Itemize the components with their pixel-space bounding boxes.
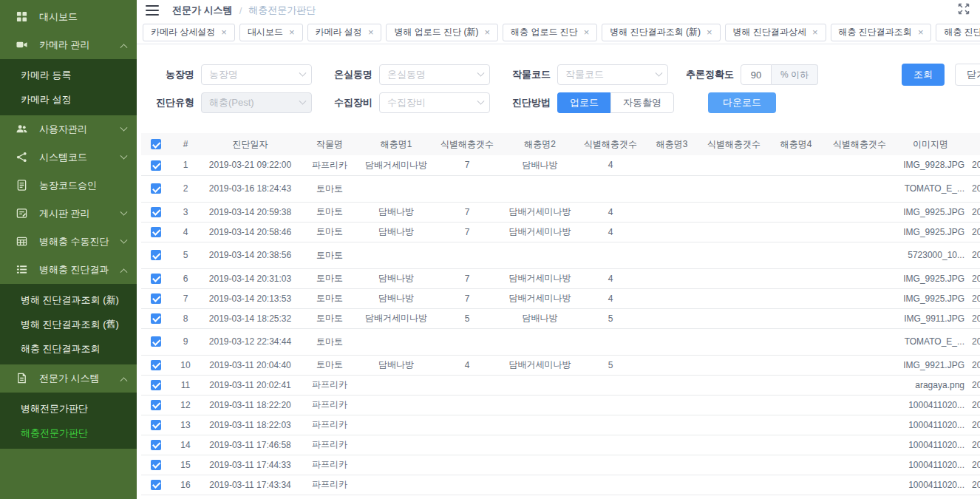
cell-crop-name: 파프리카 xyxy=(300,375,359,395)
row-checkbox-cell xyxy=(141,415,171,435)
accuracy-input[interactable] xyxy=(741,64,772,85)
cell-pest2-count: 4 xyxy=(579,222,642,242)
breadcrumb-root[interactable]: 전문가 시스템 xyxy=(172,4,233,17)
tab-label: 병해 업로드 진단 (新) xyxy=(394,26,478,38)
close-button[interactable]: 닫기 xyxy=(955,64,980,86)
cell-pest3 xyxy=(642,355,701,375)
fullscreen-icon[interactable] xyxy=(958,3,970,18)
row-checkbox[interactable] xyxy=(151,440,161,450)
tab[interactable]: 병해 진단결과조회 (新) × xyxy=(602,24,720,41)
tab-close-icon[interactable]: × xyxy=(289,27,295,37)
tab-close-icon[interactable]: × xyxy=(221,27,227,37)
col-pest3-count: 식별해충갯수 xyxy=(701,133,766,155)
cell-crop-name: 토마토 xyxy=(300,175,359,202)
sidebar-item-diagnosis-results[interactable]: 병해충 진단결과 xyxy=(0,256,137,284)
row-checkbox[interactable] xyxy=(151,336,161,347)
cell-reg-date: 2018 xyxy=(967,288,980,308)
list-icon xyxy=(16,264,28,276)
cell-pest1-count xyxy=(433,475,501,495)
cell-pest3-count xyxy=(701,328,766,355)
download-button[interactable]: 다운로드 xyxy=(708,92,776,113)
tab[interactable]: 병해 업로드 진단 (新) × xyxy=(386,24,498,41)
sidebar: 대시보드 카메라 관리 카메라 등록 카메라 설정 사용자관리 시스템코드 xyxy=(0,0,137,499)
row-checkbox[interactable] xyxy=(151,160,161,171)
cell-pest4 xyxy=(766,475,826,495)
tab[interactable]: 해충 업로드 진단 × xyxy=(503,24,597,41)
row-checkbox[interactable] xyxy=(151,227,161,237)
sidebar-item-camera-management[interactable]: 카메라 관리 xyxy=(0,31,137,59)
tab[interactable]: 카메라 상세설정 × xyxy=(143,24,235,41)
sidebar-item-user-management[interactable]: 사용자관리 xyxy=(0,115,137,143)
tab[interactable]: 카메라 설정 × xyxy=(307,24,382,41)
row-checkbox[interactable] xyxy=(151,460,161,470)
chevron-up-icon xyxy=(120,268,128,276)
cell-pest2-count xyxy=(579,328,642,355)
sidebar-item-disease-results-new[interactable]: 병해 진단결과조회 (新) xyxy=(0,288,137,312)
tab[interactable]: 병해 진단결과상세 × xyxy=(725,24,826,41)
cell-pest3 xyxy=(642,288,701,308)
chevron-down-icon xyxy=(120,152,128,159)
select-all-checkbox[interactable] xyxy=(151,139,161,149)
sidebar-item-system-code[interactable]: 시스템코드 xyxy=(0,143,137,172)
cell-pest1-count xyxy=(433,415,501,435)
row-checkbox[interactable] xyxy=(151,183,161,194)
cell-pest2: 담배거세미나방 xyxy=(501,202,579,222)
sidebar-item-manual-diagnosis[interactable]: 병해충 수동진단 xyxy=(0,228,137,256)
cell-pest2-count: 4 xyxy=(579,155,642,175)
cell-pest4-count xyxy=(826,475,894,495)
cell-index: 6 xyxy=(171,268,200,288)
crop-code-select[interactable]: 작물코드 xyxy=(557,64,668,85)
upload-toggle-button[interactable]: 업로드 xyxy=(557,92,610,113)
col-pest3: 해충명3 xyxy=(642,133,701,155)
sidebar-item-farm-code-approval[interactable]: 농장코드승인 xyxy=(0,172,137,200)
breadcrumb: 전문가 시스템 / 해충전문가판단 xyxy=(172,4,316,17)
cell-image-name: 1000411020... xyxy=(894,415,967,435)
row-checkbox[interactable] xyxy=(151,480,161,490)
sidebar-item-dashboard[interactable]: 대시보드 xyxy=(0,3,137,31)
sidebar-item-pest-expert-judgment[interactable]: 해충전문가판단 xyxy=(0,421,137,445)
sidebar-item-expert-system[interactable]: 전문가 시스템 xyxy=(0,364,137,393)
auto-capture-toggle-button[interactable]: 자동촬영 xyxy=(610,92,674,113)
tab-close-icon[interactable]: × xyxy=(918,27,924,37)
greenhouse-select[interactable]: 온실동명 xyxy=(379,64,490,85)
tab-close-icon[interactable]: × xyxy=(812,27,818,37)
sidebar-item-board-management[interactable]: 게시판 관리 xyxy=(0,200,137,228)
tab-close-icon[interactable]: × xyxy=(584,27,590,37)
cell-pest4-count xyxy=(826,415,894,435)
row-checkbox-cell xyxy=(141,355,171,375)
sidebar-item-pest-results[interactable]: 해충 진단결과조회 xyxy=(0,336,137,361)
tab[interactable]: 해충 진단결과조회 × xyxy=(831,24,932,41)
cell-pest2 xyxy=(501,395,579,415)
row-checkbox[interactable] xyxy=(151,420,161,430)
chevron-down-icon xyxy=(120,123,128,131)
row-checkbox[interactable] xyxy=(151,293,161,304)
row-checkbox[interactable] xyxy=(151,360,161,370)
sidebar-item-camera-settings[interactable]: 카메라 설정 xyxy=(0,87,137,112)
tab[interactable]: 대시보드 × xyxy=(239,24,303,41)
menu-toggle-icon[interactable] xyxy=(146,5,159,16)
cell-pest4 xyxy=(766,308,826,328)
tab-close-icon[interactable]: × xyxy=(484,27,490,37)
sidebar-item-camera-register[interactable]: 카메라 등록 xyxy=(0,63,137,87)
search-button[interactable]: 조회 xyxy=(902,64,945,86)
cell-diagnosis-date: 2019-03-11 18:22:20 xyxy=(200,395,300,415)
row-checkbox[interactable] xyxy=(151,207,161,217)
cell-pest1 xyxy=(359,475,433,495)
tab-close-icon[interactable]: × xyxy=(368,27,374,37)
tab-close-icon[interactable]: × xyxy=(707,27,712,37)
cell-pest1 xyxy=(359,415,433,435)
row-checkbox[interactable] xyxy=(151,380,161,390)
farm-name-select[interactable]: 농장명 xyxy=(201,64,312,85)
sidebar-item-disease-expert-judgment[interactable]: 병해전문가판단 xyxy=(0,396,137,421)
device-select[interactable]: 수집장비 xyxy=(379,92,490,113)
cell-pest1 xyxy=(359,375,433,395)
row-checkbox[interactable] xyxy=(151,274,161,284)
sidebar-item-disease-results-old[interactable]: 병해 진단결과조회 (舊) xyxy=(0,312,137,336)
tab[interactable]: 해충 진단결과상세 × xyxy=(936,24,980,41)
row-checkbox[interactable] xyxy=(151,250,161,260)
cell-reg-date: 2018 xyxy=(967,155,980,175)
table-row: 112019-03-11 20:02:41파프리카aragaya.png2019 xyxy=(141,375,980,395)
row-checkbox[interactable] xyxy=(151,313,161,324)
col-image-name: 이미지명 xyxy=(894,133,967,155)
row-checkbox[interactable] xyxy=(151,400,161,410)
